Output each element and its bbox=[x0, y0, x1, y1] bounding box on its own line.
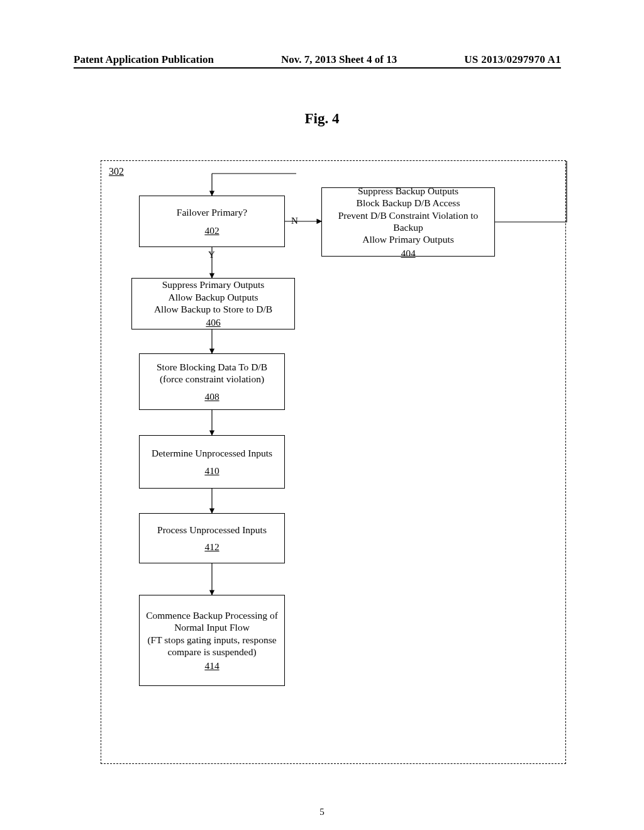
node-text: (force constraint violation) bbox=[143, 373, 280, 385]
node-text: Allow Backup to Store to D/B bbox=[136, 303, 291, 315]
header-center: Nov. 7, 2013 Sheet 4 of 13 bbox=[281, 53, 397, 66]
node-text: Suppress Primary Outputs bbox=[136, 279, 291, 290]
node-text: Determine Unprocessed Inputs bbox=[143, 447, 280, 459]
edge-label-no: N bbox=[291, 216, 298, 226]
node-text: Store Blocking Data To D/B bbox=[143, 361, 280, 373]
node-ref: 414 bbox=[143, 660, 280, 672]
node-text: Allow Backup Outputs bbox=[136, 291, 291, 303]
node-text: (FT stops gating inputs, response compar… bbox=[143, 634, 280, 658]
node-text: Block Backup D/B Access bbox=[326, 197, 491, 209]
node-408-store-blocking: Store Blocking Data To D/B (force constr… bbox=[139, 353, 285, 410]
edge-label-yes: Y bbox=[208, 250, 215, 260]
node-text: Allow Primary Outputs bbox=[326, 233, 491, 245]
node-ref: 402 bbox=[143, 224, 280, 236]
header-pubnum: US 2013/0297970 A1 bbox=[464, 53, 561, 66]
flowchart-container-302: 302 bbox=[101, 160, 566, 764]
node-text: Prevent D/B Constraint Violation to Back… bbox=[326, 209, 491, 234]
node-ref: 410 bbox=[143, 465, 280, 477]
node-414-commence-backup: Commence Backup Processing of Normal Inp… bbox=[139, 595, 285, 686]
node-text: Commence Backup Processing of Normal Inp… bbox=[143, 609, 280, 634]
node-ref: 404 bbox=[326, 247, 491, 259]
node-404-suppress-backup: Suppress Backup Outputs Block Backup D/B… bbox=[321, 187, 495, 257]
node-402-failover-primary: Failover Primary? 402 bbox=[139, 196, 285, 247]
header-left: Patent Application Publication bbox=[74, 53, 214, 66]
node-text: Failover Primary? bbox=[143, 206, 280, 218]
node-412-process-unprocessed: Process Unprocessed Inputs 412 bbox=[139, 513, 285, 563]
page: Patent Application Publication Nov. 7, 2… bbox=[0, 0, 644, 830]
page-header: Patent Application Publication Nov. 7, 2… bbox=[74, 53, 561, 66]
node-text: Process Unprocessed Inputs bbox=[143, 524, 280, 536]
node-410-determine-unprocessed: Determine Unprocessed Inputs 410 bbox=[139, 435, 285, 489]
node-text: Suppress Backup Outputs bbox=[326, 185, 491, 197]
page-number: 5 bbox=[0, 807, 644, 817]
header-rule bbox=[74, 67, 561, 69]
node-406-suppress-primary: Suppress Primary Outputs Allow Backup Ou… bbox=[131, 278, 295, 329]
node-ref: 408 bbox=[143, 390, 280, 402]
node-ref: 406 bbox=[136, 316, 291, 328]
figure-title: Fig. 4 bbox=[0, 111, 644, 127]
node-ref: 412 bbox=[143, 541, 280, 553]
